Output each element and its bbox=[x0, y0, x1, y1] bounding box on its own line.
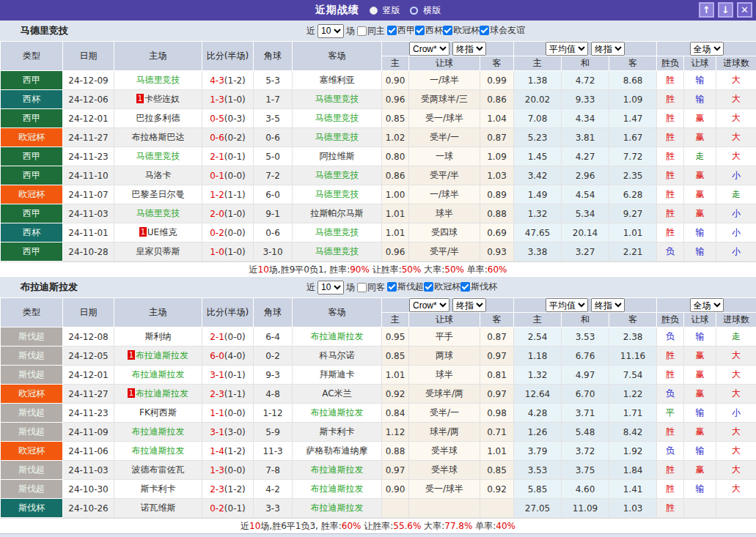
close-button[interactable]: ✕ bbox=[737, 2, 752, 18]
league-label: 西甲 bbox=[397, 24, 415, 37]
handicap-line-cell: 球半/两 bbox=[409, 423, 480, 442]
summary-segment: 90% bbox=[350, 264, 370, 275]
home-team-cell: 1UE维克 bbox=[114, 223, 202, 242]
odds-period-select[interactable]: 终指 bbox=[452, 298, 486, 312]
handicap-result-cell: 输 bbox=[684, 404, 716, 423]
score-cell: 1-0(1-0) bbox=[202, 242, 254, 262]
avg-source-select[interactable]: 平均值 bbox=[546, 42, 588, 56]
goals-result-cell: 小 bbox=[716, 242, 756, 262]
league-filter[interactable]: 西甲 bbox=[387, 24, 415, 37]
col-header-date: 日期 bbox=[63, 42, 114, 71]
league-checkbox[interactable] bbox=[415, 26, 425, 35]
odds-home-cell: 1.02 bbox=[382, 128, 409, 147]
goals-result-cell: 小 bbox=[716, 404, 756, 423]
league-filter[interactable]: 欧冠杯 bbox=[443, 24, 480, 37]
scope-select[interactable]: 全场 bbox=[690, 42, 724, 56]
title-center: 近期战绩 竖版 横版 bbox=[315, 4, 441, 17]
move-down-button[interactable]: ↓ bbox=[718, 2, 733, 18]
move-up-button[interactable]: ↑ bbox=[699, 2, 714, 18]
avg-away-cell: 1.92 bbox=[609, 442, 657, 461]
handicap-result-cell: 赢 bbox=[684, 185, 716, 204]
league-cell: 斯伐超 bbox=[1, 366, 63, 385]
col-header-avg-draw: 和 bbox=[562, 56, 609, 71]
avg-draw-cell: 4.60 bbox=[562, 480, 609, 499]
same-venue-checkbox[interactable] bbox=[357, 283, 367, 292]
halftime-score: (0-2) bbox=[224, 133, 246, 143]
goals-result-cell bbox=[716, 499, 756, 518]
outcome-cell: 胜 bbox=[657, 461, 684, 480]
league-checkbox[interactable] bbox=[424, 282, 433, 292]
league-filter[interactable]: 斯伐杯 bbox=[460, 281, 497, 293]
match-count-select[interactable]: 10 bbox=[318, 24, 344, 38]
team-label: 拉斯帕尔马斯 bbox=[311, 208, 364, 218]
goals-result-cell: 大 bbox=[716, 128, 756, 147]
avg-away-cell: 1.47 bbox=[609, 109, 657, 128]
summary-segment: 近 bbox=[241, 521, 249, 531]
date-cell: 24-11-10 bbox=[63, 166, 114, 185]
league-cell: 西甲 bbox=[1, 204, 63, 223]
avg-period-select[interactable]: 终指 bbox=[591, 42, 625, 56]
score-cell: 1-2(1-1) bbox=[202, 185, 254, 204]
vertical-layout-label[interactable]: 竖版 bbox=[383, 5, 400, 15]
same-venue-filter[interactable]: 同客 bbox=[357, 281, 385, 294]
match-count-select[interactable]: 10 bbox=[318, 281, 344, 295]
league-filter[interactable]: 西杯 bbox=[415, 24, 443, 37]
league-checkbox[interactable] bbox=[387, 282, 397, 292]
league-filter[interactable]: 斯伐超 bbox=[387, 281, 424, 293]
up-arrow-icon: ↑ bbox=[702, 4, 711, 15]
avg-draw-cell: 11.09 bbox=[562, 499, 609, 518]
league-checkbox[interactable] bbox=[480, 26, 489, 35]
date-cell: 24-11-07 bbox=[63, 185, 114, 204]
matches-table: 类型 日期 主场 比分(半场) 角球 客场 Crow*终指 平均值终指 全场 主… bbox=[0, 41, 756, 262]
league-filter[interactable]: 球会友谊 bbox=[480, 24, 525, 37]
table-row: 斯伐超24-12-08斯利纳2-1(0-0)6-4布拉迪斯拉发0.95平手0.8… bbox=[1, 327, 756, 347]
league-checkbox[interactable] bbox=[460, 282, 470, 292]
horizontal-layout-radio[interactable] bbox=[410, 7, 418, 15]
league-cell: 西甲 bbox=[1, 242, 63, 262]
table-row: 西杯24-11-011UE维克0-2(0-0)0-6马德里竞技1.01受四球0.… bbox=[1, 223, 756, 242]
avg-draw-cell: 4.54 bbox=[562, 185, 609, 204]
date-cell: 24-12-09 bbox=[63, 71, 114, 90]
score-cell: 6-0(4-0) bbox=[202, 347, 254, 366]
odds-source-select[interactable]: Crow* bbox=[409, 42, 449, 56]
vertical-layout-radio[interactable] bbox=[370, 7, 378, 15]
avg-away-cell: 8.42 bbox=[609, 423, 657, 442]
avg-draw-cell: 3.81 bbox=[562, 128, 609, 147]
league-checkbox[interactable] bbox=[443, 26, 452, 35]
scope-select[interactable]: 全场 bbox=[690, 298, 724, 312]
handicap-line-cell: 受半球 bbox=[409, 461, 480, 480]
odds-away-cell: 1.04 bbox=[480, 109, 514, 128]
same-venue-filter[interactable]: 同主 bbox=[357, 25, 385, 37]
league-filter[interactable]: 欧冠杯 bbox=[424, 281, 460, 293]
odds-period-select[interactable]: 终指 bbox=[452, 42, 486, 56]
horizontal-layout-label[interactable]: 横版 bbox=[423, 5, 441, 15]
home-team-cell: 斯利纳 bbox=[114, 327, 202, 347]
team-section-atletico: 马德里竞技 近 10 场 同主 西甲西杯欧冠杯球会友谊 类型 日期 主场 比分(… bbox=[0, 21, 756, 277]
avg-draw-cell: 4.34 bbox=[562, 109, 609, 128]
avg-away-cell: 8.68 bbox=[609, 71, 657, 90]
same-venue-checkbox[interactable] bbox=[357, 26, 367, 36]
fulltime-score: 3-1 bbox=[210, 427, 224, 437]
fulltime-score: 1-3 bbox=[210, 95, 224, 105]
date-cell: 24-10-26 bbox=[63, 499, 114, 518]
halftime-score: (3-0) bbox=[224, 427, 246, 437]
avg-home-cell: 4.28 bbox=[514, 404, 562, 423]
col-header-date: 日期 bbox=[63, 298, 114, 327]
team-label: 布拉迪斯拉发 bbox=[311, 503, 364, 513]
league-checkbox[interactable] bbox=[387, 26, 397, 35]
score-cell: 0-5(0-3) bbox=[202, 109, 254, 128]
odds-away-cell: 0.97 bbox=[480, 385, 514, 404]
col-header-handicap-result: 让球 bbox=[684, 313, 716, 327]
odds-home-cell: 0.90 bbox=[382, 480, 409, 499]
fulltime-score: 2-3 bbox=[210, 389, 224, 399]
avg-period-select[interactable]: 终指 bbox=[591, 298, 625, 312]
outcome-cell: 负 bbox=[657, 327, 684, 347]
team-label: 马德里竞技 bbox=[315, 132, 359, 142]
team-label: 马德里竞技 bbox=[315, 113, 359, 123]
league-cell: 欧冠杯 bbox=[1, 385, 63, 404]
avg-source-select[interactable]: 平均值 bbox=[546, 298, 588, 312]
outcome-cell: 胜 bbox=[657, 204, 684, 223]
odds-source-select[interactable]: Crow* bbox=[409, 298, 449, 312]
handicap-result-cell: 赢 bbox=[684, 385, 716, 404]
halftime-score: (0-0) bbox=[224, 332, 246, 342]
